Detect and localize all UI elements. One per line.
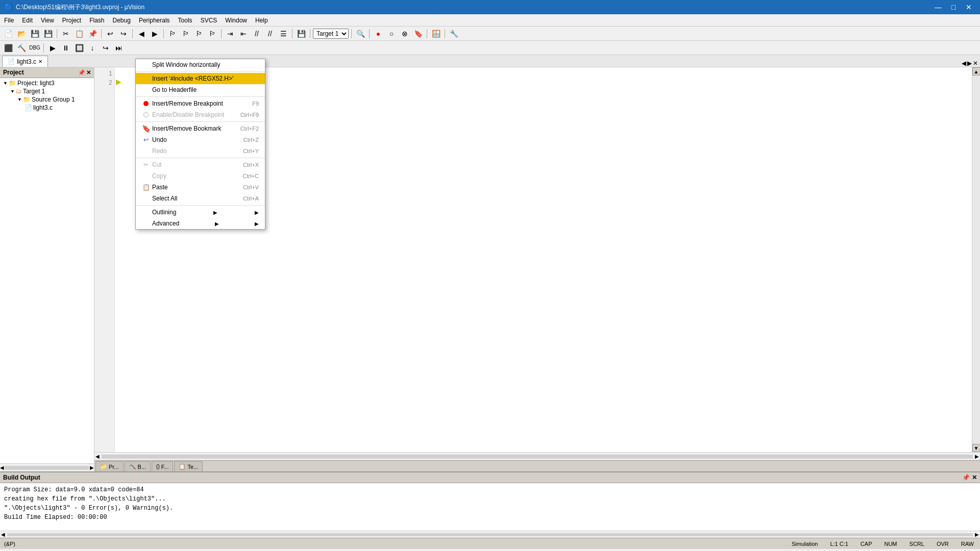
ctx-cut[interactable]: ✂ Cut Ctrl+X xyxy=(136,159,265,170)
tree-project[interactable]: ▼ 📁 Project: light3 xyxy=(1,79,93,87)
menu-help[interactable]: Help xyxy=(251,14,272,26)
scroll-up-button[interactable]: ▲ xyxy=(972,67,981,76)
tb-nav-fwd[interactable]: ▶ xyxy=(149,28,161,39)
maximize-button[interactable]: □ xyxy=(946,0,961,14)
menu-window[interactable]: Window xyxy=(221,14,251,26)
tb-outdent[interactable]: ⇤ xyxy=(237,28,250,39)
build-hscroll-track[interactable] xyxy=(7,533,973,536)
tb-save2[interactable]: 💾 xyxy=(295,28,307,39)
close-button[interactable]: ✕ xyxy=(962,0,976,14)
btab-functions[interactable]: {} F... xyxy=(152,461,173,471)
ctx-goto-header[interactable]: Go to Headerfile xyxy=(136,84,265,95)
ctx-copy[interactable]: Copy Ctrl+C xyxy=(136,170,265,182)
tb-saveall[interactable]: 💾 xyxy=(42,28,54,39)
tb-cut[interactable]: ✂ xyxy=(60,28,72,39)
tb2-b3[interactable]: DBG xyxy=(29,42,41,54)
tb-bp3[interactable]: 🔖 xyxy=(412,28,424,39)
tb-new[interactable]: 📄 xyxy=(2,28,14,39)
tab-light3c[interactable]: 📄 light3.c ✕ xyxy=(2,56,48,67)
tb-undo[interactable]: ↩ xyxy=(104,28,116,39)
sidebar-close-icon[interactable]: ✕ xyxy=(86,69,91,76)
menu-peripherals[interactable]: Peripherals xyxy=(135,14,174,26)
tb-zoom[interactable]: 🔧 xyxy=(448,28,460,39)
build-pin-icon[interactable]: 📌 xyxy=(962,474,970,481)
menu-view[interactable]: View xyxy=(37,14,58,26)
hscroll-track[interactable] xyxy=(102,455,973,459)
ctx-select-all[interactable]: Select All Ctrl+A xyxy=(136,193,265,204)
tb2-b5[interactable]: ⏸ xyxy=(60,42,72,54)
title-controls[interactable]: — □ ✕ xyxy=(931,0,976,14)
tb2-b8[interactable]: ↪ xyxy=(100,42,112,54)
ctx-redo[interactable]: Redo Ctrl+Y xyxy=(136,145,265,157)
btab-build[interactable]: 🔨 B... xyxy=(125,461,151,471)
minimize-button[interactable]: — xyxy=(931,0,945,14)
tb2-b1[interactable]: ⬛ xyxy=(2,42,14,54)
ctx-split-window[interactable]: Split Window horizontally xyxy=(136,59,265,70)
hscroll-left-button[interactable]: ◀ xyxy=(94,454,101,459)
sidebar-scroll-right[interactable]: ▶ xyxy=(90,465,94,470)
menu-file[interactable]: File xyxy=(0,14,18,26)
tb-flag4[interactable]: 🏳 xyxy=(206,28,218,39)
tb2-b4[interactable]: ▶ xyxy=(46,42,59,54)
tb-redo[interactable]: ↪ xyxy=(117,28,130,39)
ctx-enable-breakpoint[interactable]: Enable/Disable Breakpoint Ctrl+F9 xyxy=(136,109,265,120)
editor-scrollbar-vertical[interactable]: ▲ ▼ xyxy=(972,67,980,452)
hscroll-right-button[interactable]: ▶ xyxy=(974,454,980,459)
tb-save[interactable]: 💾 xyxy=(29,28,41,39)
tb-nav-back[interactable]: ◀ xyxy=(135,28,148,39)
tab-close-all[interactable]: ✕ xyxy=(973,60,978,67)
ctx-insert-breakpoint[interactable]: Insert/Remove Breakpoint F9 xyxy=(136,98,265,109)
tree-file-light3c[interactable]: 📄 light3.c xyxy=(1,104,93,112)
ctx-outlining[interactable]: Outlining ▶ xyxy=(136,207,265,218)
tb2-b9[interactable]: ⏭ xyxy=(113,42,125,54)
ctx-insert-bookmark[interactable]: 🔖 Insert/Remove Bookmark Ctrl+F2 xyxy=(136,123,265,134)
tb-paste[interactable]: 📌 xyxy=(86,28,99,39)
menu-edit[interactable]: Edit xyxy=(18,14,37,26)
tb-bp2[interactable]: ⊗ xyxy=(399,28,411,39)
btab-project[interactable]: 📁 Pr... xyxy=(95,461,124,471)
tb-bp-clear[interactable]: ○ xyxy=(385,28,398,39)
target-selector[interactable]: Target 1 xyxy=(313,29,349,39)
menu-svcs[interactable]: SVCS xyxy=(197,14,222,26)
tb-flag2[interactable]: 🏳 xyxy=(180,28,192,39)
tb-flag1[interactable]: 🏳 xyxy=(166,28,179,39)
menu-tools[interactable]: Tools xyxy=(174,14,197,26)
menu-project[interactable]: Project xyxy=(58,14,85,26)
tb-comment[interactable]: // xyxy=(251,28,263,39)
ctx-advanced[interactable]: Advanced ▶ xyxy=(136,218,265,229)
build-close-icon[interactable]: ✕ xyxy=(972,474,977,481)
tb-copy[interactable]: 📋 xyxy=(73,28,85,39)
menu-debug[interactable]: Debug xyxy=(109,14,135,26)
toolbar2: ⬛ 🔨 DBG ▶ ⏸ 🔲 ↓ ↪ ⏭ xyxy=(0,41,980,55)
ctx-insert-include[interactable]: Insert '#include <REGX52.H>' xyxy=(136,73,265,84)
sidebar-scroll-left[interactable]: ◀ xyxy=(0,465,4,470)
tab-close-button[interactable]: ✕ xyxy=(38,59,42,64)
tb-indent[interactable]: ⇥ xyxy=(224,28,236,39)
tb-open[interactable]: 📂 xyxy=(15,28,28,39)
sidebar-pin-icon[interactable]: 📌 xyxy=(78,69,85,76)
build-hscroll-left[interactable]: ◀ xyxy=(0,532,6,537)
tb-list[interactable]: ☰ xyxy=(277,28,289,39)
scroll-track[interactable] xyxy=(972,76,980,444)
tb-flag3[interactable]: 🏳 xyxy=(193,28,205,39)
tree-file-label: light3.c xyxy=(33,104,53,111)
scroll-down-button[interactable]: ▼ xyxy=(972,444,981,452)
ctx-undo[interactable]: ↩ Undo Ctrl+Z xyxy=(136,134,265,145)
menu-flash[interactable]: Flash xyxy=(85,14,108,26)
build-hscroll[interactable]: ◀ ▶ xyxy=(0,531,980,538)
tb-breakpoint[interactable]: ● xyxy=(372,28,384,39)
tb-search[interactable]: 🔍 xyxy=(354,28,366,39)
tb2-b6[interactable]: 🔲 xyxy=(73,42,85,54)
tab-nav-right[interactable]: ▶ xyxy=(967,60,972,67)
tb2-b2[interactable]: 🔨 xyxy=(15,42,28,54)
ctx-paste[interactable]: 📋 Paste Ctrl+V xyxy=(136,182,265,193)
btab-templates[interactable]: 📋 Te... xyxy=(174,461,203,471)
tree-target1[interactable]: ▼ 🗂 Target 1 xyxy=(1,87,93,95)
tb-window[interactable]: 🪟 xyxy=(430,28,442,39)
tab-nav-left[interactable]: ◀ xyxy=(962,60,966,67)
tb-uncomment[interactable]: // xyxy=(264,28,276,39)
tb2-b7[interactable]: ↓ xyxy=(86,42,99,54)
editor-hscroll[interactable]: ◀ ▶ xyxy=(94,452,980,460)
tree-source-group[interactable]: ▼ 📁 Source Group 1 xyxy=(1,95,93,104)
build-hscroll-right[interactable]: ▶ xyxy=(974,532,980,537)
